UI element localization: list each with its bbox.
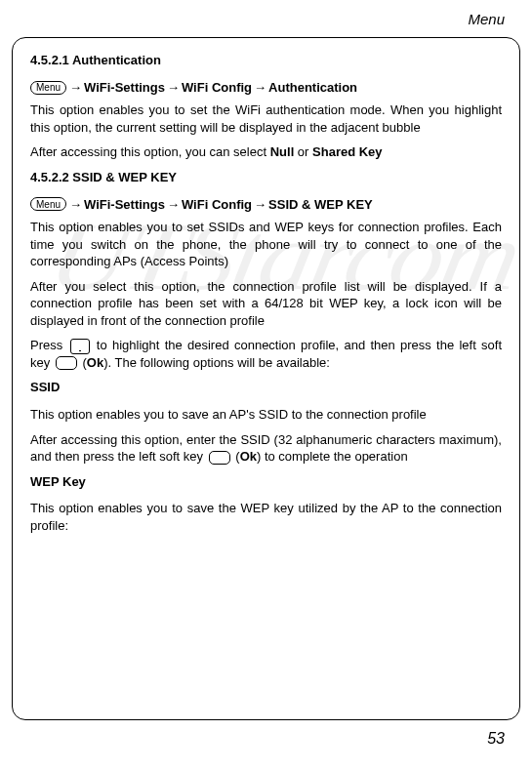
crumb-wifi-config: WiFi Config [182, 79, 252, 97]
crumb-wifi-settings: WiFi-Settings [84, 79, 165, 97]
arrow-icon: → [165, 79, 182, 97]
page-header: Menu [0, 0, 532, 33]
arrow-icon: → [252, 196, 268, 214]
arrow-icon: → [67, 79, 84, 97]
sub-heading-ssid: SSID [30, 379, 502, 396]
para-ssidwep-1: This option enables you to set SSIDs and… [30, 219, 502, 270]
text-shared-key: Shared Key [312, 144, 383, 159]
text: ( [79, 355, 87, 370]
breadcrumb-ssid-wep: Menu → WiFi-Settings → WiFi Config → SSI… [30, 196, 502, 214]
text-null: Null [270, 144, 295, 159]
para-ssidwep-2: After you select this option, the connec… [30, 278, 502, 330]
para-wep-1: This option enables you to save the WEP … [30, 500, 502, 534]
crumb-wifi-settings: WiFi-Settings [84, 196, 165, 214]
para-ssidwep-3: Press to highlight the desired connectio… [30, 337, 502, 371]
content-box: UTStarcom 4.5.2.1 Authentication Menu → … [12, 37, 520, 720]
text-ok: Ok [87, 355, 103, 370]
text: ) to complete the operation [257, 449, 408, 464]
menu-pill-icon: Menu [30, 197, 66, 211]
text: or [294, 144, 312, 159]
crumb-ssid-wep-key: SSID & WEP KEY [268, 196, 373, 214]
arrow-icon: → [165, 196, 182, 214]
text: After accessing this option, you can sel… [30, 144, 270, 159]
navigation-key-icon [70, 339, 90, 354]
arrow-icon: → [67, 196, 84, 214]
content: 4.5.2.1 Authentication Menu → WiFi-Setti… [30, 52, 502, 534]
text: Press [30, 338, 68, 352]
softkey-icon [56, 356, 77, 370]
para-auth-1: This option enables you to set the WiFi … [30, 101, 502, 136]
header-title: Menu [468, 11, 505, 27]
text: ( [232, 449, 240, 464]
text: ). The following options will be availab… [103, 355, 330, 370]
sub-heading-wep: WEP Key [30, 473, 502, 491]
text-ok: Ok [240, 449, 257, 464]
breadcrumb-auth: Menu → WiFi-Settings → WiFi Config → Aut… [30, 79, 502, 97]
softkey-icon [209, 451, 230, 465]
para-auth-2: After accessing this option, you can sel… [30, 143, 502, 161]
para-ssid-1: This option enables you to save an AP's … [30, 406, 502, 424]
crumb-wifi-config: WiFi Config [182, 196, 252, 214]
page-number: 53 [0, 720, 532, 750]
section-heading-auth: 4.5.2.1 Authentication [30, 52, 502, 69]
menu-pill-icon: Menu [30, 81, 66, 95]
crumb-authentication: Authentication [268, 79, 357, 97]
arrow-icon: → [252, 79, 268, 97]
section-heading-ssid-wep: 4.5.2.2 SSID & WEP KEY [30, 169, 502, 186]
para-ssid-2: After accessing this option, enter the S… [30, 431, 502, 466]
